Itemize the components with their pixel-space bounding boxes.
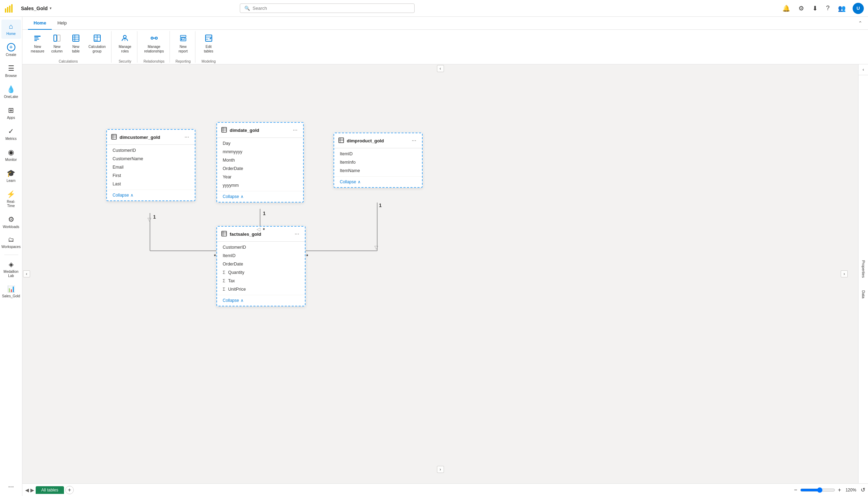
zoom-level-label: 120% xyxy=(844,488,858,493)
sidebar-item-create[interactable]: + Create xyxy=(1,40,21,60)
zoom-in-button[interactable]: + xyxy=(838,487,841,493)
sidebar-item-learn[interactable]: 🎓 Learn xyxy=(1,166,21,186)
table-card-dimdate: dimdate_gold ··· Day mmmyyyy Month Order… xyxy=(216,122,304,203)
field-label: Last xyxy=(113,182,121,186)
table-row: Last xyxy=(107,180,195,188)
sidebar-item-salesgold[interactable]: 📊 Sales_Gold xyxy=(1,282,21,301)
nav-prev-button[interactable]: ◀ xyxy=(25,487,29,493)
svg-rect-27 xyxy=(184,38,185,40)
field-label: ItemName xyxy=(340,168,360,173)
right-panel-collapse-button[interactable]: ‹ xyxy=(859,64,868,75)
field-label: Day xyxy=(223,141,230,146)
sidebar-item-onelake[interactable]: 💧 OneLake xyxy=(1,82,21,102)
sidebar-item-monitor[interactable]: ◉ Monitor xyxy=(1,145,21,165)
calculation-group-label: Calculationgroup xyxy=(88,44,106,54)
sidebar-item-realtime[interactable]: ⚡ Real-Time xyxy=(1,187,21,211)
table-card-factsales: factsales_gold ··· CustomerID ItemID Ord… xyxy=(216,226,306,306)
factsales-collapse-button[interactable]: Collapse ∧ xyxy=(217,295,305,306)
data-panel-tab[interactable]: Data xyxy=(860,288,867,301)
sidebar-item-browse[interactable]: ☰ Browse xyxy=(1,61,21,81)
all-tables-tab[interactable]: All tables xyxy=(36,486,64,494)
factsales-title: factsales_gold xyxy=(230,232,290,237)
properties-panel-tab[interactable]: Properties xyxy=(860,257,867,281)
edit-tables-button[interactable]: Edittables xyxy=(200,33,218,55)
sidebar-item-workloads[interactable]: ⚙ Workloads xyxy=(1,212,21,232)
ribbon-group-relationships: Managerelationships Relationships xyxy=(139,31,170,63)
ribbon-tabs: Home Help ⌃ xyxy=(22,17,868,30)
dimcustomer-menu-button[interactable]: ··· xyxy=(183,133,191,141)
dimcustomer-collapse-button[interactable]: Collapse ∧ xyxy=(107,190,195,200)
diagram-canvas[interactable]: 1 * ▽ 1 * ◁ 1 * ▽ xyxy=(22,64,858,483)
sidebar-item-label-metrics: Metrics xyxy=(5,137,16,141)
collapse-up-arrow-icon: ∧ xyxy=(358,179,361,184)
arrow-left-date: ◁ xyxy=(257,226,260,232)
workspace-selector[interactable]: Sales_Gold ▾ xyxy=(18,4,54,13)
scroll-up-button[interactable]: ‹ xyxy=(437,65,444,72)
cardinality-many-product: * xyxy=(306,253,308,259)
scroll-left-button[interactable]: ‹ xyxy=(23,270,30,277)
collapse-up-arrow-icon: ∧ xyxy=(130,193,134,198)
arrow-down-customer: ▽ xyxy=(148,217,151,222)
dimdate-table-icon xyxy=(221,127,227,134)
ribbon-commands: Newmeasure Newcolumn Newtabl xyxy=(22,30,868,64)
new-measure-button[interactable]: Newmeasure xyxy=(28,33,47,55)
relationships-group-label: Relationships xyxy=(139,59,170,63)
svg-rect-2 xyxy=(9,6,10,13)
scroll-down-button[interactable]: › xyxy=(437,466,444,473)
nav-arrows: ◀ ▶ xyxy=(25,487,34,493)
calculation-group-button[interactable]: fx Calculationgroup xyxy=(86,33,108,55)
sigma-icon: Σ xyxy=(223,287,225,292)
add-tab-button[interactable]: + xyxy=(65,486,74,494)
factsales-table-icon xyxy=(221,231,227,238)
settings-icon[interactable]: ⚙ xyxy=(797,3,805,14)
new-report-button[interactable]: Newreport xyxy=(174,33,192,55)
download-icon[interactable]: ⬇ xyxy=(811,3,819,14)
manage-roles-button[interactable]: Manageroles xyxy=(116,33,134,55)
tab-home[interactable]: Home xyxy=(28,17,52,30)
factsales-menu-button[interactable]: ··· xyxy=(293,230,301,238)
sidebar-item-workspaces[interactable]: 🗂 Workspaces xyxy=(1,233,21,252)
sidebar-more-button[interactable]: ··· xyxy=(5,480,17,493)
zoom-slider[interactable] xyxy=(800,487,835,493)
field-label: ItemInfo xyxy=(340,160,356,165)
ribbon-collapse-button[interactable]: ⌃ xyxy=(858,20,862,26)
notification-icon[interactable]: 🔔 xyxy=(781,3,791,14)
dimproduct-menu-button[interactable]: ··· xyxy=(410,137,418,144)
tab-help[interactable]: Help xyxy=(52,17,72,30)
svg-rect-36 xyxy=(112,134,116,139)
canvas-container: 1 * ▽ 1 * ◁ 1 * ▽ xyxy=(22,64,868,483)
svg-rect-6 xyxy=(34,39,39,40)
nav-next-button[interactable]: ▶ xyxy=(30,487,34,493)
metrics-icon: ✓ xyxy=(8,127,14,135)
sidebar-item-medallionlab[interactable]: ◈ Medallion Lab xyxy=(1,258,21,281)
bottom-bar: ◀ ▶ All tables + − + 120% ↺ xyxy=(22,483,868,496)
new-column-button[interactable]: Newcolumn xyxy=(48,33,66,55)
ribbon-group-modeling: Edittables Modeling xyxy=(197,31,221,63)
people-icon[interactable]: 👥 xyxy=(837,3,847,14)
zoom-reset-button[interactable]: ↺ xyxy=(861,487,865,493)
modeling-group-label: Modeling xyxy=(197,59,221,63)
search-input[interactable] xyxy=(253,6,410,11)
ribbon-group-reporting: Newreport Reporting xyxy=(171,31,195,63)
svg-point-18 xyxy=(123,35,126,38)
new-measure-label: Newmeasure xyxy=(31,44,44,54)
table-row: ItemID xyxy=(334,150,422,158)
dimdate-collapse-button[interactable]: Collapse ∧ xyxy=(217,191,303,202)
new-table-button[interactable]: Newtable xyxy=(67,33,85,55)
avatar[interactable]: U xyxy=(853,3,864,14)
dimproduct-collapse-button[interactable]: Collapse ∧ xyxy=(334,176,422,187)
ribbon-group-calculations: Newmeasure Newcolumn Newtabl xyxy=(25,31,112,63)
scroll-right-button[interactable]: › xyxy=(841,270,848,277)
dimdate-menu-button[interactable]: ··· xyxy=(292,126,299,134)
workloads-icon: ⚙ xyxy=(8,215,14,224)
sidebar-item-apps[interactable]: ⊞ Apps xyxy=(1,103,21,123)
help-icon[interactable]: ? xyxy=(825,3,831,13)
zoom-out-button[interactable]: − xyxy=(794,487,797,493)
manage-relationships-button[interactable]: Managerelationships xyxy=(142,33,167,55)
sidebar-item-home[interactable]: ⌂ Home xyxy=(1,20,21,39)
browse-icon: ☰ xyxy=(8,64,14,72)
table-row: CustomerName xyxy=(107,155,195,163)
calculation-group-icon: fx xyxy=(93,34,101,43)
field-label: ItemID xyxy=(223,253,236,258)
sidebar-item-metrics[interactable]: ✓ Metrics xyxy=(1,124,21,144)
